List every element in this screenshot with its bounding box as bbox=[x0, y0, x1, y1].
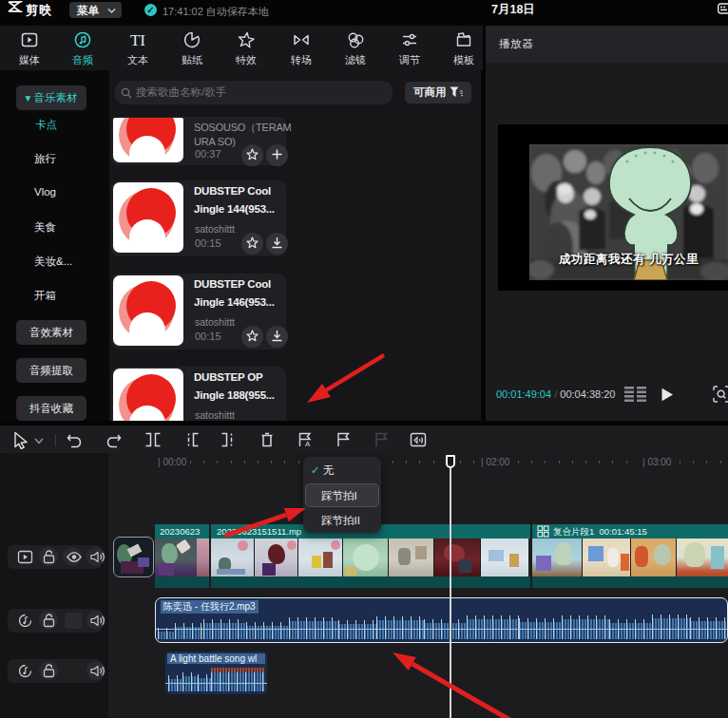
svg-text:A: A bbox=[305, 440, 311, 448]
